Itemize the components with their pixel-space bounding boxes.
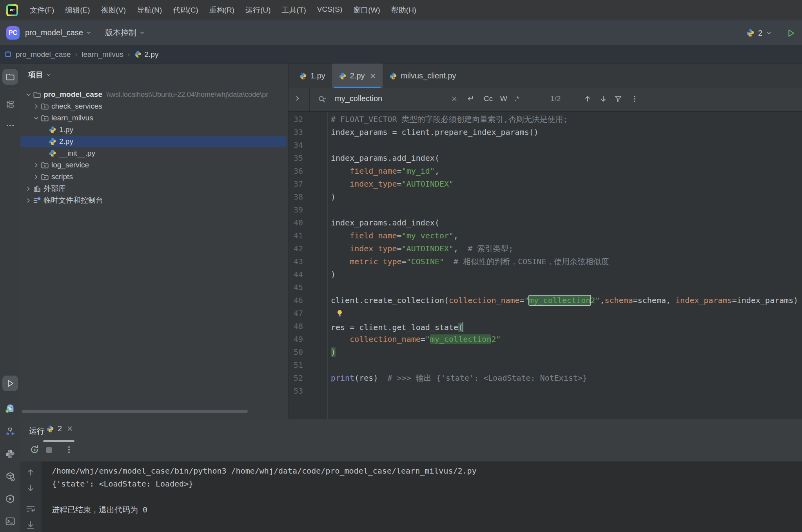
- editor-tab-2.py[interactable]: 2.py✕: [332, 64, 383, 88]
- menu-item[interactable]: 代码(C): [167, 3, 203, 18]
- line-number[interactable]: 45: [289, 281, 327, 294]
- breadcrumb-item[interactable]: 2.py: [134, 50, 158, 59]
- line-number[interactable]: 42: [289, 242, 327, 255]
- run-tool-icon[interactable]: [2, 376, 18, 391]
- editor-tab-milvus_client.py[interactable]: milvus_client.py: [383, 64, 463, 88]
- chevron-down-icon[interactable]: [32, 115, 40, 122]
- filter-icon[interactable]: [614, 94, 622, 103]
- chevron-down-icon[interactable]: [766, 30, 772, 36]
- tree-item-__init__.py[interactable]: __init__.py: [20, 147, 288, 159]
- close-icon[interactable]: ✕: [67, 424, 73, 433]
- project-horizontal-scrollbar[interactable]: [22, 410, 248, 413]
- tree-item-________[interactable]: 临时文件和控制台: [20, 194, 288, 206]
- line-number[interactable]: 52: [289, 372, 327, 385]
- project-selector[interactable]: pro_model_case: [25, 28, 92, 37]
- search-input[interactable]: my_collection: [335, 94, 382, 103]
- dependencies-icon[interactable]: [2, 469, 18, 485]
- line-number[interactable]: 41: [289, 229, 327, 242]
- project-tool-icon[interactable]: [2, 69, 18, 85]
- tree-item-2.py[interactable]: 2.py: [20, 136, 287, 147]
- close-icon[interactable]: [451, 95, 458, 102]
- chevron-right-icon[interactable]: [32, 103, 40, 110]
- line-number[interactable]: 48: [289, 320, 327, 333]
- next-match-button[interactable]: [599, 94, 608, 103]
- line-number[interactable]: 35: [289, 152, 327, 165]
- menu-item[interactable]: 重构(R): [204, 3, 240, 18]
- tree-item-___[interactable]: 外部库: [20, 183, 288, 194]
- structure-tool-icon[interactable]: [2, 96, 18, 112]
- project-badge[interactable]: PC: [6, 26, 20, 40]
- line-number[interactable]: 32: [289, 113, 327, 126]
- tree-item-learn_milvus[interactable]: learn_milvus: [20, 112, 288, 124]
- assistant-mascot-icon[interactable]: [2, 401, 18, 416]
- menu-item[interactable]: 导航(N): [131, 3, 167, 18]
- chevron-down-icon[interactable]: [24, 91, 32, 98]
- line-number[interactable]: 40: [289, 216, 327, 229]
- words-toggle[interactable]: W: [500, 94, 507, 103]
- menu-item[interactable]: VCS(S): [312, 3, 348, 18]
- soft-wrap-icon[interactable]: [25, 504, 36, 514]
- line-number[interactable]: 49: [289, 333, 327, 346]
- chevron-right-icon[interactable]: [24, 197, 32, 204]
- vcs-selector[interactable]: 版本控制: [105, 27, 145, 38]
- line-number[interactable]: 36: [289, 165, 327, 178]
- line-number[interactable]: 34: [289, 139, 327, 152]
- tree-item-check_services[interactable]: check_services: [20, 100, 288, 112]
- next-occurrence-icon[interactable]: [26, 483, 35, 493]
- prev-occurrence-icon[interactable]: [26, 468, 35, 477]
- line-number[interactable]: 53: [289, 385, 327, 398]
- menu-item[interactable]: 运行(U): [240, 3, 276, 18]
- more-tools-icon[interactable]: [2, 118, 18, 133]
- menu-item[interactable]: 工具(T): [276, 3, 312, 18]
- terminal-tool-icon[interactable]: [2, 514, 18, 529]
- tree-item-scripts[interactable]: scripts: [20, 171, 288, 183]
- chevron-right-icon[interactable]: [294, 95, 301, 102]
- run-config-selector[interactable]: 2: [758, 29, 762, 38]
- previous-match-button[interactable]: [583, 94, 592, 103]
- menu-item[interactable]: 视图(V): [96, 3, 131, 18]
- line-number[interactable]: 33: [289, 126, 327, 139]
- line-number[interactable]: 39: [289, 203, 327, 216]
- scroll-to-end-icon[interactable]: [25, 520, 36, 530]
- line-number[interactable]: 50: [289, 346, 327, 359]
- match-case-toggle[interactable]: Cc: [484, 94, 493, 103]
- run-panel-title[interactable]: 运行: [29, 426, 45, 436]
- run-button[interactable]: [786, 28, 796, 38]
- chevron-right-icon[interactable]: [24, 185, 32, 192]
- breadcrumb-item[interactable]: pro_model_case: [16, 50, 71, 59]
- remote-dev-icon[interactable]: [2, 424, 18, 440]
- breadcrumb-item[interactable]: learn_milvus: [82, 50, 123, 59]
- rerun-button[interactable]: [29, 444, 40, 455]
- python-tool-icon[interactable]: [2, 446, 18, 462]
- menu-item[interactable]: 窗口(W): [348, 3, 386, 18]
- stop-button[interactable]: [45, 446, 53, 454]
- search-icon[interactable]: [318, 95, 327, 104]
- editor-tab-1.py[interactable]: 1.py: [292, 64, 332, 88]
- more-vertical-icon[interactable]: [64, 445, 74, 454]
- run-console-output[interactable]: /home/whj/envs/model_case/bin/python3 /h…: [42, 461, 802, 532]
- tree-item-pro_model_case[interactable]: pro_model_case\\wsl.localhost\Ubuntu-22.…: [20, 89, 288, 100]
- line-number[interactable]: 37: [289, 178, 327, 191]
- close-icon[interactable]: ✕: [370, 71, 376, 81]
- intention-bulb-icon[interactable]: [336, 309, 344, 318]
- run-tab[interactable]: 2 ✕: [46, 424, 73, 433]
- more-vertical-icon[interactable]: [630, 94, 639, 103]
- line-number[interactable]: 51: [289, 359, 327, 372]
- project-panel-header[interactable]: 项目: [28, 70, 51, 80]
- line-number[interactable]: 38: [289, 191, 327, 203]
- chevron-right-icon[interactable]: [32, 174, 40, 180]
- line-number[interactable]: 47: [289, 307, 327, 320]
- tree-item-1.py[interactable]: 1.py: [20, 124, 288, 136]
- menu-item[interactable]: 编辑(E): [60, 3, 95, 18]
- code-editor[interactable]: 32# FLOAT_VECTOR 类型的字段必须创建向量索引,否则无法是使用;3…: [289, 112, 802, 419]
- menu-item[interactable]: 帮助(H): [386, 3, 422, 18]
- chevron-right-icon[interactable]: [32, 162, 40, 169]
- line-number[interactable]: 43: [289, 255, 327, 268]
- line-number[interactable]: 44: [289, 268, 327, 281]
- tree-item-log_service[interactable]: log_service: [20, 159, 288, 171]
- line-number[interactable]: 46: [289, 294, 327, 307]
- menu-item[interactable]: 文件(F): [24, 3, 60, 18]
- regex-toggle[interactable]: .*: [514, 94, 519, 103]
- services-tool-icon[interactable]: [2, 491, 18, 507]
- newline-icon[interactable]: [466, 94, 474, 103]
